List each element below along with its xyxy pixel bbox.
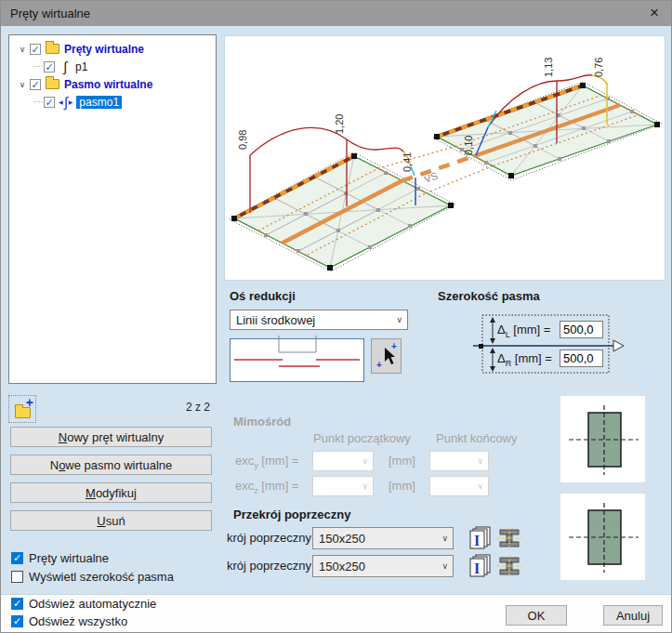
tree-checkbox[interactable]: ✓ xyxy=(44,97,55,108)
tree-item-p1[interactable]: ✓ ∫ p1 xyxy=(33,58,216,75)
virtual-bar-icon: ∫ xyxy=(59,59,72,74)
tree-item-pasmo-wirtualne[interactable]: ∨ ✓ Pasmo wirtualne xyxy=(9,75,216,93)
svg-text:I: I xyxy=(474,533,480,548)
model-view-canvas: 0,98 1,20 0,41 VS xyxy=(225,36,665,280)
exc-z-end-select: ∨ xyxy=(429,476,489,496)
steel-section-icon[interactable] xyxy=(497,527,521,549)
section-preview-1 xyxy=(560,396,645,482)
chevron-down-icon: ∨ xyxy=(477,456,483,466)
cancel-button[interactable]: Anuluj xyxy=(603,605,663,626)
right-slab: 0,10 1,13 0,76 xyxy=(433,58,662,180)
eccentricity-heading: Mimośród xyxy=(233,415,291,429)
delta-right-label: ΔR [mm] = xyxy=(497,351,552,368)
new-virtual-strip-button[interactable]: Nowe pasmo wirtualne xyxy=(10,455,212,475)
exc-y-start-select: ∨ xyxy=(312,451,374,471)
ok-button[interactable]: OK xyxy=(506,605,567,626)
section-labels-icon[interactable]: I xyxy=(468,525,494,551)
refresh-auto-checkbox[interactable]: ✓ Odśwież automatycznie xyxy=(11,597,156,611)
chevron-down-icon: ∨ xyxy=(396,315,402,324)
show-virtual-bars-checkbox[interactable]: ✓ Pręty wirtualne xyxy=(11,551,109,565)
dialog-prety-wirtualne: Pręty wirtualne × ∨ ✓ Pręty wirtualne ✓ … xyxy=(0,0,672,633)
steel-section-icon[interactable] xyxy=(497,555,521,577)
value-label: 1,20 xyxy=(334,114,345,134)
chevron-down-icon[interactable]: ∨ xyxy=(15,45,30,54)
value-label: 0,76 xyxy=(593,58,604,77)
show-strip-width-checkbox[interactable]: ✓ Wyświetl szerokość pasma xyxy=(11,570,174,584)
tree-item-label: p1 xyxy=(75,60,87,73)
cursor-pick-icon: + + xyxy=(372,339,401,373)
title-bar: Pręty wirtualne × xyxy=(1,1,672,26)
start-point-label: Punkt początkowy xyxy=(313,431,411,445)
tree-checkbox[interactable]: ✓ xyxy=(30,44,41,55)
virtual-objects-tree: ∨ ✓ Pręty wirtualne ✓ ∫ p1 ∨ ✓ Pasmo wir… xyxy=(8,34,217,384)
window-title: Pręty wirtualne xyxy=(1,7,90,20)
new-virtual-bar-button[interactable]: Nowy pręt wirtualny xyxy=(10,427,212,447)
left-slab: 0,98 1,20 0,41 xyxy=(230,114,455,271)
tree-item-label: Pasmo wirtualne xyxy=(64,78,152,91)
section-select-2[interactable]: 150x250 ∨ xyxy=(312,555,454,577)
section-label-1: krój poprzeczny xyxy=(227,531,311,545)
end-point-label: Punkt końcowy xyxy=(436,431,517,445)
virtual-strip-icon: ◀∫▶ xyxy=(59,94,72,110)
checkbox-unchecked-icon[interactable]: ✓ xyxy=(11,571,23,583)
tree-checkbox[interactable]: ✓ xyxy=(30,79,41,90)
exc-z-label: excz [mm] = xyxy=(235,479,298,495)
strip-width-heading: Szerokość pasma xyxy=(438,289,540,303)
new-folder-button[interactable]: + xyxy=(8,395,36,423)
tree-checkbox[interactable]: ✓ xyxy=(44,61,55,73)
svg-text:+: + xyxy=(376,360,382,370)
plus-icon: + xyxy=(26,395,33,410)
checkbox-checked-icon[interactable]: ✓ xyxy=(11,598,23,610)
reduction-axis-heading: Oś redukcji xyxy=(230,289,296,303)
chevron-down-icon: ∨ xyxy=(362,456,368,466)
close-icon[interactable]: × xyxy=(639,1,669,25)
reduction-axis-diagram xyxy=(230,338,364,382)
exc-y-end-select: ∨ xyxy=(429,451,489,471)
tree-item-label: Pręty wirtualne xyxy=(64,43,144,56)
value-label: 1,13 xyxy=(543,58,554,77)
item-counter: 2 z 2 xyxy=(159,401,210,414)
value-label: 0,98 xyxy=(237,130,248,150)
value-label: 0,41 xyxy=(402,152,413,172)
reduction-axis-select[interactable]: Linii środkowej ∨ xyxy=(230,310,408,330)
model-view[interactable]: 0,98 1,20 0,41 VS xyxy=(224,35,665,281)
svg-text:I: I xyxy=(474,560,480,576)
tree-item-label: pasmo1 xyxy=(76,96,122,109)
exc-z-start-select: ∨ xyxy=(312,476,374,496)
modify-button[interactable]: Modyfikuj xyxy=(10,482,212,503)
chevron-down-icon: ∨ xyxy=(441,534,448,543)
section-labels-icon[interactable]: I xyxy=(468,553,494,579)
pick-axis-button[interactable]: + + xyxy=(371,338,402,374)
exc-y-label: excy [mm] = xyxy=(235,454,298,470)
delete-button[interactable]: Usuń xyxy=(10,510,212,531)
chevron-down-icon: ∨ xyxy=(362,481,368,491)
section-preview-2 xyxy=(560,494,645,580)
folder-icon xyxy=(46,44,59,54)
unit-label: [mm] xyxy=(389,454,415,468)
value-label: 0,10 xyxy=(463,136,474,155)
cross-section-heading: Przekrój poprzeczny xyxy=(233,508,350,521)
folder-icon xyxy=(46,79,59,89)
tree-item-pasmo1[interactable]: ✓ ◀∫▶ pasmo1 xyxy=(33,93,216,111)
delta-left-input[interactable] xyxy=(560,321,603,338)
refresh-all-checkbox[interactable]: ✓ Odśwież wszystko xyxy=(11,614,127,628)
svg-text:+: + xyxy=(391,341,397,351)
chevron-down-icon[interactable]: ∨ xyxy=(15,80,30,89)
chevron-down-icon: ∨ xyxy=(441,561,448,571)
section-select-1[interactable]: 150x250 ∨ xyxy=(312,527,454,549)
delta-left-label: ΔL [mm] = xyxy=(497,323,550,339)
section-label-2: krój poprzeczny xyxy=(227,559,311,573)
chevron-down-icon: ∨ xyxy=(477,481,483,491)
delta-right-input[interactable] xyxy=(560,349,603,367)
checkbox-checked-icon[interactable]: ✓ xyxy=(11,552,23,564)
tree-item-prety-wirtualne[interactable]: ∨ ✓ Pręty wirtualne xyxy=(9,40,216,58)
checkbox-checked-icon[interactable]: ✓ xyxy=(11,615,23,627)
unit-label: [mm] xyxy=(389,479,415,493)
